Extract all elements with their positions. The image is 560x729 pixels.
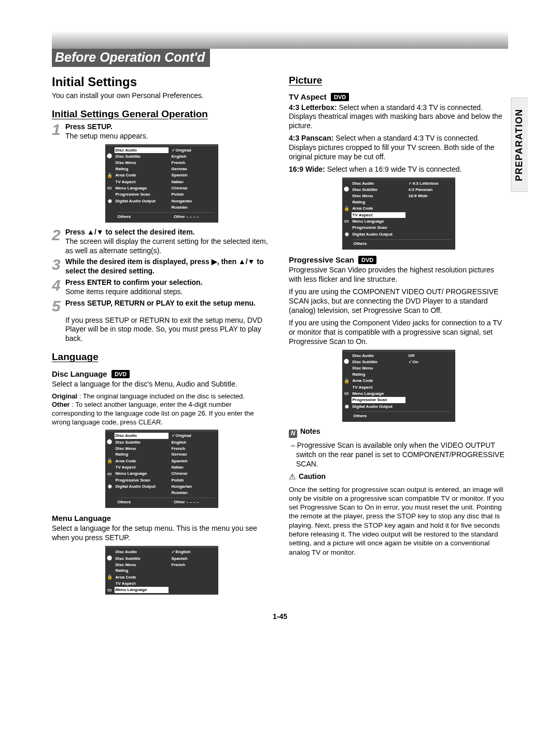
display-icon: ▭ (342, 218, 352, 225)
chapter-gradient-bar (52, 31, 508, 49)
panscan-label: 4:3 Panscan: (289, 134, 333, 142)
wide-label: 16:9 Wide: (289, 165, 325, 173)
step-body: The setup menu appears. (65, 132, 148, 140)
step-number: 2 (52, 228, 65, 243)
menu-language-text: Select a language for the setup menu. Th… (52, 524, 271, 543)
abc-icon: 🅐 (342, 359, 352, 365)
dvd-badge: DVD (358, 256, 376, 264)
display-icon: ▭ (105, 471, 115, 477)
section-tab: PREPARATION (511, 98, 528, 192)
notes-text: Progressive Scan is available only when … (296, 441, 504, 468)
display-icon: ▭ (342, 390, 352, 397)
display-icon: ▭ (105, 587, 115, 594)
other-label: Other (52, 401, 70, 408)
display-icon: ▭ (105, 185, 115, 191)
disc-language-heading: Disc Language DVD (52, 369, 271, 379)
letterbox-label: 4:3 Letterbox: (289, 103, 337, 112)
dvd-badge: DVD (331, 93, 349, 101)
ps-text-2: If you are using the COMPONENT VIDEO OUT… (289, 287, 508, 315)
lock-icon: 🔒 (105, 172, 115, 179)
caution-icon: ⚠ (289, 472, 296, 482)
section-tab-label: PREPARATION (514, 108, 525, 181)
step-number: 1 (52, 122, 65, 137)
step-lead: Press ▲/▼ to select the desired item. (65, 228, 194, 236)
tv-aspect-heading: TV Aspect DVD (289, 92, 508, 102)
step-lead: While the desired item is displayed, pre… (65, 257, 264, 275)
setup-menu-screenshot-3: Disc AudioEnglish 🅐Disc SubtitleSpanish … (105, 546, 218, 595)
progressive-scan-heading: Progressive Scan DVD (289, 255, 508, 265)
chapter-title: Before Operation Cont'd (52, 49, 210, 67)
abc-icon: 🅐 (105, 153, 115, 160)
audio-icon: ◉ (105, 198, 115, 204)
ps-text-3: If you are using the Component Video jac… (289, 319, 508, 347)
menu-language-heading: Menu Language (52, 513, 271, 523)
setup-menu-screenshot-1: Disc AudioOriginal 🅐Disc SubtitleEnglish… (105, 144, 218, 223)
left-column: Initial Settings You can install your ow… (52, 71, 271, 600)
setup-menu-screenshot-tv: Disc Audio4:3 Letterbox 🅐Disc Subtitle4:… (342, 177, 455, 250)
manual-page: Before Operation Cont'd PREPARATION Init… (0, 0, 560, 641)
dvd-badge: DVD (111, 370, 130, 378)
general-operation-heading: Initial Settings General Operation (52, 108, 271, 120)
audio-icon: ◉ (342, 231, 352, 238)
right-column: Picture TV Aspect DVD 4:3 Letterbox: Sel… (289, 71, 508, 600)
lock-icon: 🔒 (105, 574, 115, 581)
notes-icon: N (289, 430, 297, 438)
caution-label: Caution (299, 472, 326, 480)
step-number: 5 (52, 299, 65, 314)
abc-icon: 🅐 (342, 186, 352, 193)
language-heading: Language (52, 351, 271, 363)
abc-icon: 🅐 (105, 555, 115, 562)
step-body: The screen will display the current sett… (65, 237, 268, 255)
step-body: Some items require additional steps. (65, 287, 183, 296)
lock-icon: 🔒 (342, 205, 352, 212)
setup-menu-screenshot-2: Disc AudioOriginal 🅐Disc SubtitleEnglish… (105, 430, 218, 508)
notes-label: Notes (300, 427, 320, 435)
initial-settings-heading: Initial Settings (52, 74, 271, 90)
audio-icon: ◉ (342, 403, 352, 410)
ps-text-1: Progressive Scan Video provides the high… (289, 266, 508, 284)
step-number: 4 (52, 278, 65, 293)
picture-heading: Picture (289, 74, 508, 87)
step-lead: Press ENTER to confirm your selection. (65, 278, 203, 286)
disc-language-text: Select a language for the disc's Menu, A… (52, 380, 271, 389)
step-lead: Press SETUP. (65, 122, 113, 131)
step-4: 4 Press ENTER to confirm your selection.… (52, 278, 271, 297)
step-number: 3 (52, 257, 65, 272)
lock-icon: 🔒 (342, 378, 352, 384)
audio-icon: ◉ (105, 483, 115, 490)
original-label: Original (52, 392, 77, 400)
initial-settings-intro: You can install your own Personal Prefer… (52, 91, 271, 101)
step-5: 5 Press SETUP, RETURN or PLAY to exit th… (52, 299, 271, 314)
step-2: 2 Press ▲/▼ to select the desired item. … (52, 228, 271, 256)
step-1: 1 Press SETUP. The setup menu appears. (52, 122, 271, 141)
caution-text: Once the setting for progressive scan ou… (289, 485, 508, 557)
abc-icon: 🅐 (105, 439, 115, 446)
step-3: 3 While the desired item is displayed, p… (52, 257, 271, 276)
lock-icon: 🔒 (105, 458, 115, 464)
step-lead: Press SETUP, RETURN or PLAY to exit the … (65, 299, 256, 307)
page-number: 1-45 (52, 612, 508, 621)
setup-menu-screenshot-ps: Disc AudioOff 🅐Disc SubtitleOn Disc Menu… (342, 350, 455, 422)
step-5-tail: If you press SETUP or RETURN to exit the… (65, 316, 271, 344)
